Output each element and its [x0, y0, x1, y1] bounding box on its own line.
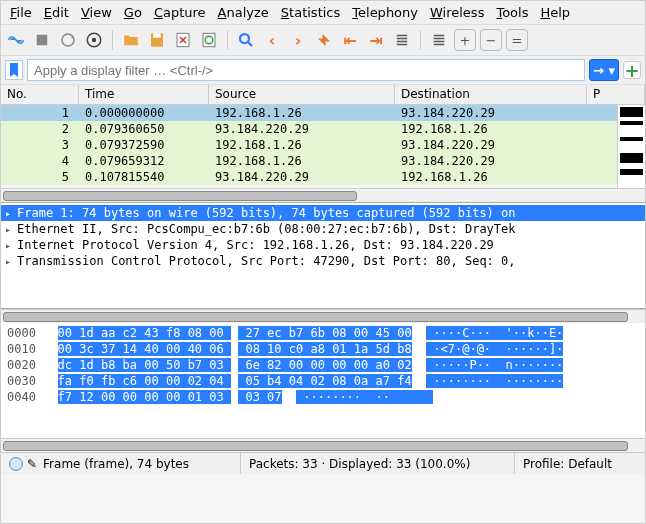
tree-item[interactable]: ▸Frame 1: 74 bytes on wire (592 bits), 7…	[1, 205, 645, 221]
hex-row[interactable]: 0040 f7 12 00 00 00 00 01 03 03 07 ·····…	[7, 389, 639, 405]
menu-edit[interactable]: Edit	[39, 3, 74, 22]
expand-icon[interactable]: ▸	[5, 240, 13, 251]
menu-telephony[interactable]: Telephony	[347, 3, 423, 22]
packet-row[interactable]: 30.079372590192.168.1.2693.184.220.29	[1, 137, 645, 153]
status-bar: ✎Frame (frame), 74 bytes Packets: 33 · D…	[1, 452, 645, 474]
tree-hscroll[interactable]	[1, 309, 645, 323]
open-file-icon[interactable]	[120, 29, 142, 51]
display-filter-input[interactable]	[27, 59, 585, 81]
go-to-packet-icon[interactable]	[313, 29, 335, 51]
svg-point-9	[240, 34, 249, 43]
go-first-icon[interactable]: ⇤	[339, 29, 361, 51]
colorize-icon[interactable]	[428, 29, 450, 51]
menubar: FileEditViewGoCaptureAnalyzeStatisticsTe…	[1, 1, 645, 25]
menu-capture[interactable]: Capture	[149, 3, 211, 22]
status-left: ✎Frame (frame), 74 bytes	[1, 453, 241, 474]
display-filter-bar: → ▾ +	[1, 56, 645, 85]
packet-bytes-pane: 0000 00 1d aa c2 43 f8 08 00 27 ec b7 6b…	[1, 323, 645, 438]
menu-go[interactable]: Go	[119, 3, 147, 22]
svg-rect-5	[153, 33, 161, 38]
packet-details-pane: ▸Frame 1: 74 bytes on wire (592 bits), 7…	[1, 203, 645, 309]
svg-point-3	[92, 38, 97, 43]
col-header-protocol[interactable]: P	[587, 85, 645, 104]
packet-list-hscroll[interactable]	[1, 188, 645, 202]
menu-wireless[interactable]: Wireless	[425, 3, 489, 22]
hex-row[interactable]: 0010 00 3c 37 14 40 00 40 06 08 10 c0 a8…	[7, 341, 639, 357]
packet-row[interactable]: 50.10781554093.184.220.29192.168.1.26	[1, 169, 645, 185]
edit-icon[interactable]: ✎	[27, 457, 37, 471]
reload-file-icon[interactable]	[198, 29, 220, 51]
go-back-icon[interactable]: ‹	[261, 29, 283, 51]
menu-file[interactable]: File	[5, 3, 37, 22]
go-forward-icon[interactable]: ›	[287, 29, 309, 51]
tree-item[interactable]: ▸Internet Protocol Version 4, Src: 192.1…	[1, 237, 645, 253]
hex-row[interactable]: 0030 fa f0 fb c6 00 00 02 04 05 b4 04 02…	[7, 373, 639, 389]
main-toolbar: ‹ › ⇤ ⇥ + − =	[1, 25, 645, 56]
packet-list-header[interactable]: No. Time Source Destination P	[1, 85, 645, 105]
menu-view[interactable]: View	[76, 3, 117, 22]
col-header-source[interactable]: Source	[209, 85, 395, 104]
menu-statistics[interactable]: Statistics	[276, 3, 345, 22]
svg-point-1	[62, 34, 74, 46]
hex-row[interactable]: 0020 dc 1d b8 ba 00 50 b7 03 6e 82 00 00…	[7, 357, 639, 373]
packet-row[interactable]: 20.07936065093.184.220.29192.168.1.26	[1, 121, 645, 137]
status-profile[interactable]: Profile: Default	[515, 453, 645, 474]
packet-minimap[interactable]	[617, 105, 645, 192]
zoom-in-icon[interactable]: +	[454, 29, 476, 51]
start-capture-icon[interactable]	[5, 29, 27, 51]
expand-icon[interactable]: ▸	[5, 208, 13, 219]
hex-row[interactable]: 0000 00 1d aa c2 43 f8 08 00 27 ec b7 6b…	[7, 325, 639, 341]
expert-info-icon[interactable]	[9, 457, 23, 471]
filter-apply-button[interactable]: → ▾	[589, 59, 619, 81]
hex-hscroll[interactable]	[1, 438, 645, 452]
add-filter-button[interactable]: +	[623, 61, 641, 79]
menu-help[interactable]: Help	[535, 3, 575, 22]
tree-item[interactable]: ▸Transmission Control Protocol, Src Port…	[1, 253, 645, 269]
expand-icon[interactable]: ▸	[5, 224, 13, 235]
menu-tools[interactable]: Tools	[491, 3, 533, 22]
auto-scroll-icon[interactable]	[391, 29, 413, 51]
zoom-out-icon[interactable]: −	[480, 29, 502, 51]
stop-capture-icon[interactable]	[31, 29, 53, 51]
menu-analyze[interactable]: Analyze	[213, 3, 274, 22]
packet-list-pane: No. Time Source Destination P 10.0000000…	[1, 85, 645, 203]
close-file-icon[interactable]	[172, 29, 194, 51]
bookmark-icon[interactable]	[5, 60, 23, 80]
save-file-icon[interactable]	[146, 29, 168, 51]
find-packet-icon[interactable]	[235, 29, 257, 51]
col-header-no[interactable]: No.	[1, 85, 79, 104]
packet-row[interactable]: 40.079659312192.168.1.2693.184.220.29	[1, 153, 645, 169]
packet-row[interactable]: 10.000000000192.168.1.2693.184.220.29	[1, 105, 645, 121]
capture-options-icon[interactable]	[83, 29, 105, 51]
zoom-reset-icon[interactable]: =	[506, 29, 528, 51]
status-packets: Packets: 33 · Displayed: 33 (100.0%)	[241, 453, 515, 474]
col-header-time[interactable]: Time	[79, 85, 209, 104]
expand-icon[interactable]: ▸	[5, 256, 13, 267]
svg-rect-0	[37, 35, 48, 46]
tree-item[interactable]: ▸Ethernet II, Src: PcsCompu_ec:b7:6b (08…	[1, 221, 645, 237]
restart-capture-icon[interactable]	[57, 29, 79, 51]
col-header-destination[interactable]: Destination	[395, 85, 587, 104]
go-last-icon[interactable]: ⇥	[365, 29, 387, 51]
